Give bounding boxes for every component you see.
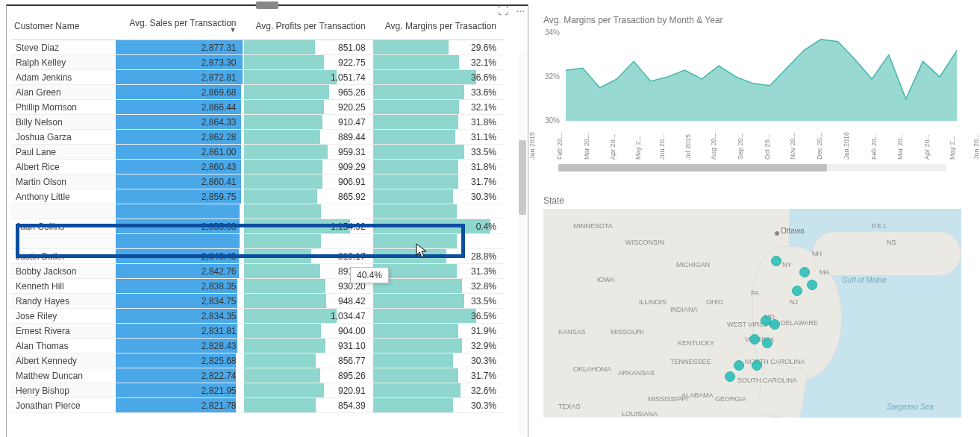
map-city-label: Ottawa xyxy=(781,227,805,235)
map-state-label: DELAWARE xyxy=(781,319,818,327)
table-row[interactable]: Henry Bishop2,821.95920.9132.6% xyxy=(11,383,504,398)
table-row[interactable]: Ralph Kelley2,873.30922.7532.1% xyxy=(11,55,504,70)
table-row[interactable]: Kenneth Hill2,838.35930.2032.8% xyxy=(11,279,504,294)
table-row[interactable]: Randy Hayes2,834.75948.4233.5% xyxy=(11,294,504,309)
cell-sales: 2,846.43 xyxy=(116,249,244,264)
map-state-label: WISCONSIN xyxy=(625,239,664,246)
chart-horizontal-scrollbar[interactable] xyxy=(558,164,946,172)
table-row[interactable]: Alan Thomas2,828.43931.1032.9% xyxy=(11,339,504,353)
cell-name: Kenneth Hill xyxy=(11,279,116,294)
map-state-label: KANSAS xyxy=(558,328,586,336)
cell-sales: 2,838.35 xyxy=(116,279,244,294)
table-row[interactable]: Phillip Morrison2,866.44920.2532.1% xyxy=(11,100,504,115)
map-data-bubble[interactable] xyxy=(771,256,781,266)
map-data-bubble[interactable] xyxy=(734,360,744,371)
table-row[interactable]: Ernest Rivera2,831.81904.0031.9% xyxy=(11,324,504,339)
cell-sales: 2,834.35 xyxy=(116,309,244,324)
table-row[interactable]: Albert Rice2,860.43909.2931.8% xyxy=(11,160,504,175)
cell-profits: 906.91 xyxy=(244,175,373,189)
cell-sales: 2,866.44 xyxy=(116,100,244,115)
col-header-sales[interactable]: Avg. Sales per Transaction▼ xyxy=(116,13,244,40)
table-row[interactable]: Paul Lane2,861.00959.3133.5% xyxy=(11,145,504,160)
table-row[interactable] xyxy=(11,234,504,249)
margins-area-chart[interactable]: 34%32%30% Jan 2015Feb 20...Mar 20...Apr … xyxy=(543,28,961,177)
map-state-label: TENNESSEE xyxy=(670,358,711,365)
cell-profits: 851.08 xyxy=(244,40,373,55)
table-row[interactable]: Justin Butler2,846.43819.1728.8% xyxy=(11,249,504,264)
table-row[interactable]: Bobby Jackson2,842.76891.1831.3% xyxy=(11,264,504,279)
cell-name: Joshua Garza xyxy=(11,130,116,145)
col-header-margin[interactable]: Avg. Margins per Trasaction xyxy=(373,13,504,40)
map-data-bubble[interactable] xyxy=(725,371,735,382)
customer-table[interactable]: Customer Name Avg. Sales per Transaction… xyxy=(11,13,504,413)
drag-handle-icon[interactable] xyxy=(256,1,278,9)
scrollbar-thumb[interactable] xyxy=(519,140,526,215)
chart-x-tick: Jan 2016 xyxy=(843,132,874,160)
cell-sales xyxy=(116,234,244,249)
table-vertical-scrollbar[interactable] xyxy=(519,51,526,434)
cell-profits: 965.26 xyxy=(244,85,373,100)
table-row[interactable]: Billy Nelson2,864.33910.4731.8% xyxy=(11,115,504,130)
cell-margin: 33.5% xyxy=(373,294,504,309)
col-header-profits[interactable]: Avg. Profits per Transaction xyxy=(244,13,373,40)
cell-profits xyxy=(244,204,373,219)
state-map-visual[interactable]: MINNESOTAWISCONSINMICHIGANIOWAILLINOISIN… xyxy=(543,209,961,418)
map-data-bubble[interactable] xyxy=(752,360,762,371)
map-data-bubble[interactable] xyxy=(749,334,760,345)
map-state-label: OHIO xyxy=(706,298,723,306)
cell-margin: 31.1% xyxy=(373,130,504,145)
cell-margin: 31.7% xyxy=(373,368,504,383)
map-state-label: P.E.I. xyxy=(872,222,887,230)
cell-name: Jonathan Pierce xyxy=(11,398,116,413)
cell-name: Billy Nelson xyxy=(11,115,116,130)
cell-name: Albert Rice xyxy=(11,160,116,175)
cell-sales: 2,861.00 xyxy=(116,145,244,160)
table-row[interactable]: Juan Collins2,855.831,154.920.4% xyxy=(11,219,504,234)
table-row[interactable]: Joshua Garza2,862.28889.4431.1% xyxy=(11,130,504,145)
cell-sales: 2,855.83 xyxy=(116,219,244,234)
table-row[interactable]: Steve Diaz2,877.31851.0829.6% xyxy=(11,40,504,55)
cell-name: Alan Green xyxy=(11,85,116,100)
table-row[interactable]: Alan Green2,869.68965.2633.6% xyxy=(11,85,504,100)
cell-profits: 854.39 xyxy=(244,398,373,413)
cell-name: Jose Riley xyxy=(11,309,116,324)
svg-text:30%: 30% xyxy=(545,116,560,125)
table-row[interactable]: Jose Riley2,834.351,034.4736.5% xyxy=(11,309,504,324)
cell-profits: 1,154.92 xyxy=(244,219,373,234)
cell-margin: 0.4% xyxy=(373,219,504,234)
map-data-bubble[interactable] xyxy=(792,286,802,296)
map-state-label: KENTUCKY xyxy=(678,339,714,347)
cell-profits: 819.17 xyxy=(244,249,373,264)
table-row[interactable]: Jonathan Pierce2,821.78854.3930.3% xyxy=(11,398,504,413)
cell-margin: 32.9% xyxy=(373,339,504,353)
table-row[interactable]: Matthew Duncan2,822.74895.2631.7% xyxy=(11,368,504,383)
cell-sales: 2,821.95 xyxy=(116,383,244,398)
col-header-name[interactable]: Customer Name xyxy=(11,13,116,40)
cell-name: Albert Kennedy xyxy=(11,353,116,368)
cell-sales: 2,831.81 xyxy=(116,324,244,339)
map-state-label: MISSOURI xyxy=(611,328,644,336)
map-data-bubble[interactable] xyxy=(807,280,817,290)
map-data-bubble[interactable] xyxy=(799,267,810,277)
cell-name: Henry Bishop xyxy=(11,383,116,398)
table-row[interactable] xyxy=(11,204,504,219)
map-state-label: IOWA xyxy=(597,276,615,283)
cell-margin xyxy=(373,234,504,249)
customer-table-visual[interactable]: ⛶ ··· Customer Name Avg. Sales per Trans… xyxy=(6,4,528,437)
cell-name: Martin Olson xyxy=(11,175,116,189)
cell-profits: 931.10 xyxy=(244,339,373,353)
cell-profits xyxy=(244,234,373,249)
table-row[interactable]: Albert Kennedy2,825.68856.7730.3% xyxy=(11,353,504,368)
cell-margin: 30.3% xyxy=(373,398,504,413)
cell-margin: 28.8% xyxy=(373,249,504,264)
map-state-label: ILLINOIS xyxy=(639,298,667,306)
scrollbar-thumb[interactable] xyxy=(558,164,827,172)
table-row[interactable]: Anthony Little2,859.75865.9230.3% xyxy=(11,189,504,204)
map-data-bubble[interactable] xyxy=(762,338,773,348)
cell-profits: 910.47 xyxy=(244,115,373,130)
table-row[interactable]: Adam Jenkins2,872.811,051.7436.6% xyxy=(11,70,504,85)
map-data-bubble[interactable] xyxy=(770,319,780,330)
cell-name: Bobby Jackson xyxy=(11,264,116,279)
cell-name: Adam Jenkins xyxy=(11,70,116,85)
table-row[interactable]: Martin Olson2,860.41906.9131.7% xyxy=(11,175,504,189)
